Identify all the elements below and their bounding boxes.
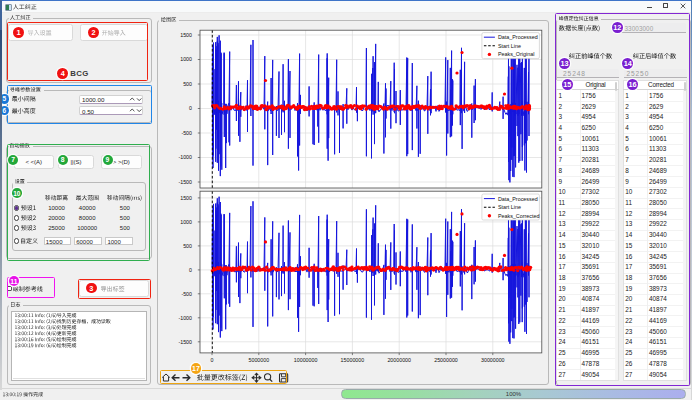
svg-text:10000000: 10000000	[294, 357, 318, 363]
svg-text:500: 500	[183, 81, 192, 87]
svg-text:Start Line: Start Line	[498, 204, 521, 210]
svg-text:1500: 1500	[180, 32, 192, 38]
svg-text:0: 0	[211, 357, 214, 363]
svg-text:1500: 1500	[180, 195, 192, 201]
svg-text:0: 0	[189, 105, 192, 111]
svg-text:20000000: 20000000	[387, 357, 411, 363]
svg-text:Peaks_Original: Peaks_Original	[498, 51, 535, 57]
svg-text:25000000: 25000000	[434, 357, 458, 363]
svg-text:0: 0	[189, 267, 192, 273]
svg-text:1000: 1000	[180, 56, 192, 62]
svg-text:1000: 1000	[180, 219, 192, 225]
svg-text:500: 500	[183, 243, 192, 249]
svg-text:30000000: 30000000	[481, 357, 505, 363]
svg-text:-500: -500	[181, 291, 192, 297]
svg-text:15000000: 15000000	[341, 357, 365, 363]
svg-text:Data_Processed: Data_Processed	[498, 196, 538, 202]
svg-text:Peaks_Corrected: Peaks_Corrected	[498, 213, 540, 219]
svg-text:-1000: -1000	[178, 154, 192, 160]
svg-text:Start Line: Start Line	[498, 43, 521, 49]
svg-text:-1500: -1500	[178, 339, 192, 345]
svg-text:Data_Processed: Data_Processed	[498, 34, 538, 40]
svg-text:-1000: -1000	[178, 315, 192, 321]
svg-text:-1500: -1500	[178, 179, 192, 185]
svg-text:-500: -500	[181, 130, 192, 136]
svg-text:5000000: 5000000	[248, 357, 269, 363]
